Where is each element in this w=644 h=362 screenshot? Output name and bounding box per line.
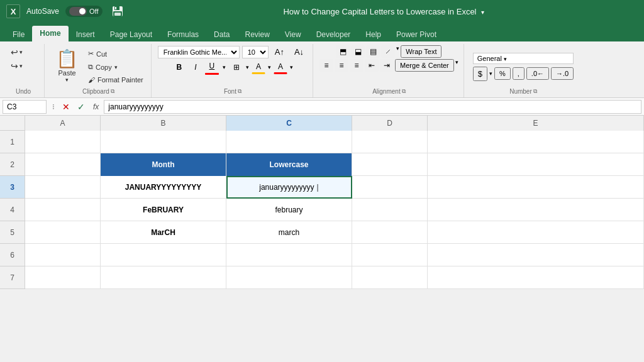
tab-data[interactable]: Data — [206, 27, 237, 41]
tab-formulas[interactable]: Formulas — [160, 27, 206, 41]
row-header-1[interactable]: 1 — [0, 131, 25, 153]
decrease-indent-button[interactable]: ⇤ — [365, 59, 379, 72]
col-header-d[interactable]: D — [352, 116, 428, 131]
tab-help[interactable]: Help — [358, 27, 389, 41]
confirm-formula-icon[interactable]: ✓ — [74, 101, 88, 112]
italic-button[interactable]: I — [189, 61, 203, 74]
cell-e6[interactable] — [428, 244, 644, 266]
tab-file[interactable]: File — [5, 27, 32, 41]
col-header-b[interactable]: B — [101, 116, 226, 131]
row-header-6[interactable]: 6 — [0, 244, 25, 266]
cell-a5[interactable] — [25, 221, 101, 244]
cell-d1[interactable] — [352, 131, 428, 153]
align-left-button[interactable]: ≡ — [319, 59, 333, 72]
fill-color-button[interactable]: A — [252, 60, 265, 74]
font-size-select[interactable]: 10 — [242, 46, 269, 58]
cell-e5[interactable] — [428, 221, 644, 244]
cell-reference-box[interactable]: C3 — [3, 100, 47, 114]
decrease-font-button[interactable]: A↓ — [291, 45, 308, 58]
tab-developer[interactable]: Developer — [309, 27, 358, 41]
tab-power-pivot[interactable]: Power Pivot — [389, 27, 444, 41]
align-right-button[interactable]: ≡ — [350, 59, 364, 72]
col-header-c[interactable]: C — [226, 116, 352, 131]
cell-c4[interactable]: february — [226, 199, 352, 221]
cell-c3[interactable]: januaryyyyyyyyy | — [226, 176, 352, 199]
font-color-button[interactable]: A — [274, 60, 287, 74]
underline-button[interactable]: U — [205, 60, 219, 75]
cell-c7[interactable] — [226, 266, 352, 289]
cell-a4[interactable] — [25, 199, 101, 221]
clipboard-expand-icon[interactable]: ⧉ — [111, 88, 114, 95]
borders-button[interactable]: ⊞ — [230, 61, 243, 74]
autosave-toggle[interactable]: Off — [65, 6, 102, 17]
percent-button[interactable]: % — [494, 67, 511, 80]
cell-a2[interactable] — [25, 153, 101, 176]
cell-b5[interactable]: MarCH — [101, 221, 226, 244]
cell-c6[interactable] — [226, 244, 352, 266]
col-header-a[interactable]: A — [25, 116, 101, 131]
col-header-e[interactable]: E — [428, 116, 644, 131]
orient-button[interactable]: ⟋ — [381, 45, 395, 58]
align-top-button[interactable]: ⬒ — [336, 45, 350, 58]
redo-button[interactable]: ↪ ▾ — [8, 59, 39, 73]
cell-a3[interactable] — [25, 176, 101, 199]
row-header-5[interactable]: 5 — [0, 221, 25, 244]
tab-insert[interactable]: Insert — [69, 27, 103, 41]
cell-d5[interactable] — [352, 221, 428, 244]
copy-button[interactable]: ⧉ Copy ▾ — [86, 62, 146, 72]
increase-decimal-button[interactable]: →.0 — [551, 67, 574, 80]
cell-e7[interactable] — [428, 266, 644, 289]
cell-c2[interactable]: Lowercase — [226, 153, 352, 176]
cell-d3[interactable] — [352, 176, 428, 199]
cell-e3[interactable] — [428, 176, 644, 199]
merge-center-button[interactable]: Merge & Center — [395, 59, 454, 72]
cell-c5[interactable]: march — [226, 221, 352, 244]
align-center-button[interactable]: ≡ — [335, 59, 348, 72]
number-format-select[interactable]: General ▾ — [473, 53, 574, 64]
expand-formula-bar-icon[interactable]: ⁝ — [49, 102, 58, 112]
cell-b4[interactable]: FeBRUARY — [101, 199, 226, 221]
alignment-expand-icon[interactable]: ⧉ — [402, 88, 406, 95]
cell-e2[interactable] — [428, 153, 644, 176]
cell-b1[interactable] — [101, 131, 226, 153]
font-family-select[interactable]: Franklin Gothic Me... — [158, 46, 240, 58]
cell-a1[interactable] — [25, 131, 101, 153]
comma-button[interactable]: , — [513, 67, 525, 80]
formula-input[interactable] — [104, 100, 641, 114]
tab-home[interactable]: Home — [32, 26, 68, 41]
increase-font-button[interactable]: A↑ — [271, 45, 288, 58]
cell-e1[interactable] — [428, 131, 644, 153]
cut-button[interactable]: ✂ Cut — [86, 48, 146, 59]
tab-view[interactable]: View — [277, 27, 309, 41]
font-expand-icon[interactable]: ⧉ — [238, 88, 242, 95]
cell-b6[interactable] — [101, 244, 226, 266]
cell-a6[interactable] — [25, 244, 101, 266]
cell-a7[interactable] — [25, 266, 101, 289]
tab-review[interactable]: Review — [237, 27, 277, 41]
cell-e4[interactable] — [428, 199, 644, 221]
cell-b2[interactable]: Month — [101, 153, 226, 176]
row-header-2[interactable]: 2 — [0, 153, 25, 176]
undo-button[interactable]: ↩ ▾ — [8, 45, 39, 59]
cell-d7[interactable] — [352, 266, 428, 289]
cancel-formula-icon[interactable]: ✕ — [59, 101, 73, 112]
cell-d2[interactable] — [352, 153, 428, 176]
wrap-text-button[interactable]: Wrap Text — [401, 45, 441, 58]
cell-d6[interactable] — [352, 244, 428, 266]
row-header-3[interactable]: 3 — [0, 176, 25, 199]
align-middle-button[interactable]: ⬓ — [351, 45, 365, 58]
save-icon[interactable] — [111, 5, 124, 18]
cell-b3[interactable]: JANUARYYYYYYYYY — [101, 176, 226, 199]
dollar-button[interactable]: $ — [473, 67, 487, 81]
row-header-4[interactable]: 4 — [0, 199, 25, 221]
cell-d4[interactable] — [352, 199, 428, 221]
paste-button[interactable]: 📋 Paste ▾ — [51, 48, 83, 85]
align-bottom-button[interactable]: ▤ — [366, 45, 380, 58]
increase-indent-button[interactable]: ⇥ — [380, 59, 394, 72]
cell-b7[interactable] — [101, 266, 226, 289]
cell-c1[interactable] — [226, 131, 352, 153]
format-painter-button[interactable]: 🖌 Format Painter — [86, 75, 146, 85]
bold-button[interactable]: B — [172, 61, 186, 74]
number-expand-icon[interactable]: ⧉ — [533, 88, 537, 95]
decrease-decimal-button[interactable]: .0← — [526, 67, 549, 80]
